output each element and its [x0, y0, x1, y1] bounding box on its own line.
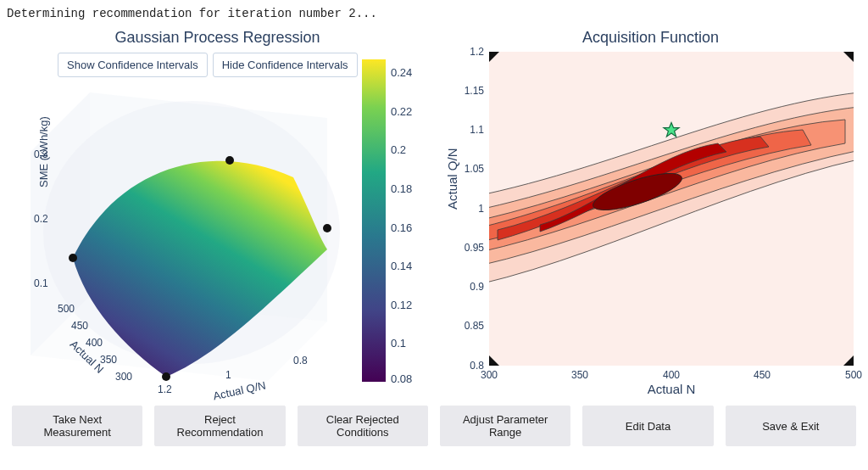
z-tick: 0.1 — [34, 277, 48, 289]
colorbar: 0.24 0.22 0.2 0.18 0.16 0.14 0.12 0.1 0.… — [362, 59, 421, 382]
reject-recommendation-button[interactable]: Reject Recommendation — [154, 406, 285, 446]
acquisition-panel: Acquisition Function — [438, 25, 863, 399]
cbar-tick: 0.14 — [391, 260, 412, 272]
acq-title: Acquisition Function — [438, 25, 863, 48]
data-point — [162, 372, 170, 381]
x-tick: 400 — [663, 369, 680, 381]
data-point — [69, 254, 77, 262]
colorbar-gradient — [362, 59, 386, 382]
y-tick: 0.95 — [450, 242, 484, 254]
edit-data-button[interactable]: Edit Data — [582, 406, 713, 446]
x-tick: 500 — [845, 369, 862, 381]
cbar-tick: 0.16 — [391, 221, 412, 233]
gp-title: Gaussian Process Regression — [5, 25, 430, 48]
y-tick: 0.8 — [450, 360, 484, 372]
gp-regression-panel: Gaussian Process Regression Show Confide… — [5, 25, 430, 399]
data-point — [225, 156, 234, 165]
hide-ci-button[interactable]: Hide Confidence Intervals — [213, 53, 358, 77]
x-tick: 1 — [225, 369, 231, 381]
y-tick: 0.9 — [450, 281, 484, 293]
cbar-tick: 0.08 — [391, 372, 412, 385]
ci-button-group: Show Confidence Intervals Hide Confidenc… — [58, 53, 358, 77]
cbar-tick: 0.12 — [391, 298, 412, 311]
acq-contour-svg — [489, 52, 854, 366]
x-tick: 1.2 — [158, 383, 172, 395]
cbar-tick: 0.2 — [391, 143, 406, 156]
cbar-tick: 0.22 — [391, 104, 412, 117]
cbar-tick: 0.1 — [391, 337, 406, 350]
y-tick: 1.15 — [450, 85, 484, 97]
acq-contour-plot[interactable]: 0.8 0.85 0.9 0.95 1 1.05 1.1 1.15 1.2 30… — [438, 48, 863, 394]
z-tick: 0.2 — [34, 213, 48, 225]
adjust-parameter-range-button[interactable]: Adjust Parameter Range — [440, 406, 570, 446]
charts-row: Gaussian Process Regression Show Confide… — [0, 20, 868, 399]
z-axis-label: SME (kWh/kg) — [37, 116, 50, 187]
save-exit-button[interactable]: Save & Exit — [726, 406, 856, 446]
y-tick: 500 — [58, 303, 75, 315]
data-point — [323, 224, 331, 232]
y-tick: 400 — [86, 337, 103, 349]
y-tick: 450 — [71, 320, 88, 332]
clear-rejected-conditions-button[interactable]: Clear Rejected Conditions — [298, 406, 428, 446]
y-tick: 0.85 — [450, 320, 484, 332]
status-line: Determining recommendation for iteration… — [0, 0, 868, 20]
y-tick: 1.2 — [450, 46, 484, 58]
cbar-tick: 0.24 — [391, 66, 412, 79]
x-tick: 300 — [481, 369, 498, 381]
y-tick: 1.1 — [450, 124, 484, 136]
take-next-measurement-button[interactable]: Take Next Measurement — [12, 406, 142, 446]
y-tick: 300 — [115, 371, 132, 383]
x-tick: 0.8 — [293, 355, 308, 366]
show-ci-button[interactable]: Show Confidence Intervals — [58, 53, 208, 77]
y-axis-label: Actual Q/N — [445, 148, 459, 210]
action-row: Take Next Measurement Reject Recommendat… — [0, 399, 868, 446]
x-axis-label: Actual N — [648, 382, 696, 396]
x-tick: 350 — [571, 369, 588, 381]
gp-surface-svg — [14, 67, 353, 389]
cbar-tick: 0.18 — [391, 182, 412, 195]
x-tick: 450 — [754, 369, 771, 381]
